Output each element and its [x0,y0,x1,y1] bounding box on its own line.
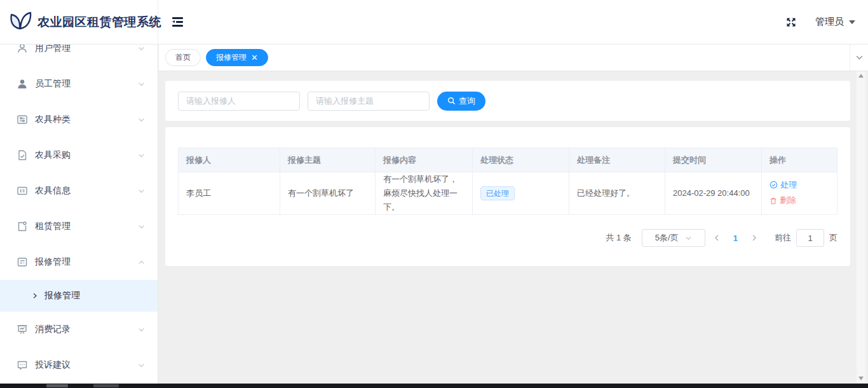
query-button[interactable]: 查询 [437,92,485,111]
trash-icon [770,197,777,205]
col-header-repairer: 报修人 [179,148,280,172]
sidebar-item-staff-management[interactable]: 员工管理 [0,66,158,102]
subject-search-input[interactable] [308,92,430,111]
page-number-1[interactable]: 1 [728,233,743,243]
page-unit-label: 页 [829,232,837,244]
cell-content: 有一个割草机坏了，麻烦尽快找人处理一下。 [376,172,473,215]
col-header-actions: 操作 [762,148,837,172]
hscroll-thumb[interactable] [46,384,68,387]
sidebar-item-consumption-records[interactable]: 消费记录 [0,312,158,347]
sidebar-item-user-management[interactable]: 用户管理 [0,45,158,66]
horizontal-scrollbar[interactable] [0,384,868,388]
chevron-down-icon [138,152,145,159]
tab-bar: 首页 报修管理 ✕ [159,45,868,71]
delete-action-label: 删除 [780,193,796,207]
app-title: 农业园区租赁管理系统 [37,14,161,31]
pagination-total: 共 1 条 [606,232,631,244]
cell-actions: 处理 删除 [762,172,837,215]
sidebar-item-label: 租赁管理 [35,221,71,232]
sidebar-item-label: 农具采购 [35,149,71,161]
chevron-down-icon [685,235,692,242]
document-checked-icon [17,149,28,161]
app-header: 农业园区租赁管理系统 管理员 [0,0,868,45]
fold-bar [172,17,183,19]
sidebar-item-label: 投诉建议 [35,359,71,371]
sidebar-subitem-repair-management[interactable]: 报修管理 [0,280,158,312]
sidebar-item-repair-management[interactable]: 报修管理 [0,244,158,280]
postcard-icon [17,185,28,197]
sidebar: 用户管理 员工管理 农具种类 农具采购 农具信息 租赁管理 [0,45,158,384]
col-header-content: 报修内容 [376,148,473,172]
caret-down-icon [849,20,855,24]
sidebar-item-tool-types[interactable]: 农具种类 [0,102,158,137]
chevron-down-icon [138,223,145,230]
col-header-subject: 报修主题 [280,148,376,172]
next-page-button[interactable] [743,234,766,242]
sidebar-item-label: 报修管理 [35,256,71,268]
fold-bar [176,21,183,23]
user-dropdown[interactable]: 管理员 [815,16,855,28]
search-icon [447,97,456,105]
page-size-value: 5条/页 [655,232,679,244]
status-badge: 已处理 [480,186,515,200]
sidebar-subitem-label: 报修管理 [44,290,80,301]
scroll-up-arrow-icon[interactable] [858,74,864,78]
scroll-down-arrow-icon[interactable] [858,377,864,380]
goto-page-input[interactable] [796,229,824,247]
chevron-down-icon [138,45,145,52]
sidebar-menu: 用户管理 员工管理 农具种类 农具采购 农具信息 租赁管理 [0,45,158,383]
circle-check-icon [770,181,778,189]
sidebar-item-rental-management[interactable]: 租赁管理 [0,209,158,244]
cell-time: 2024-02-29 20:44:00 [665,172,762,215]
user-outline-icon [17,45,28,54]
process-action-label: 处理 [780,178,797,192]
cell-status: 已处理 [473,172,569,215]
repair-table: 报修人 报修主题 报修内容 处理状态 处理备注 提交时间 操作 李员工 有一个割… [178,148,837,215]
sidebar-item-label: 农具种类 [35,114,71,125]
cell-remark: 已经处理好了。 [569,172,665,215]
table-header-row: 报修人 报修主题 报修内容 处理状态 处理备注 提交时间 操作 [179,148,837,172]
tab-home[interactable]: 首页 [165,49,201,66]
col-header-time: 提交时间 [665,148,762,172]
sidebar-item-complaints-suggestions[interactable]: 投诉建议 [0,347,158,383]
delete-action-link[interactable]: 删除 [770,193,796,207]
chevron-down-icon [138,326,145,333]
table-row: 李员工 有一个割草机坏了 有一个割草机坏了，麻烦尽快找人处理一下。 已处理 已经… [179,172,837,215]
fullscreen-icon[interactable] [785,16,797,29]
user-name: 管理员 [815,16,844,28]
process-action-link[interactable]: 处理 [770,178,797,192]
repairer-search-input[interactable] [178,92,300,111]
repair-table-panel: 报修人 报修主题 报修内容 处理状态 处理备注 提交时间 操作 李员工 有一个割… [165,127,850,266]
goto-label: 前往 [775,232,791,244]
col-header-status: 处理状态 [473,148,569,172]
cell-repairer: 李员工 [179,172,280,215]
header-right: 管理员 [785,16,868,29]
vertical-scrollbar[interactable] [857,71,865,383]
page-size-select[interactable]: 5条/页 [642,229,705,247]
sidebar-item-label: 员工管理 [35,78,71,90]
query-button-label: 查询 [459,95,475,107]
tab-repair-management[interactable]: 报修管理 ✕ [206,49,268,66]
sidebar-item-tool-procurement[interactable]: 农具采购 [0,137,158,173]
sidebar-item-tool-info[interactable]: 农具信息 [0,173,158,209]
set-up-icon [17,114,28,125]
chat-dots-icon [17,359,28,371]
sidebar-fold-icon[interactable] [172,15,186,29]
logo-area: 农业园区租赁管理系统 [0,0,158,45]
chevron-down-icon [138,116,145,123]
form-icon [17,256,28,268]
col-header-remark: 处理备注 [569,148,665,172]
search-panel: 查询 [165,81,850,121]
prev-page-button[interactable] [705,234,728,242]
chevron-down-icon [138,362,145,369]
app-logo-icon [8,10,34,35]
tab-list-dropdown-button[interactable] [850,45,868,71]
document-circle-icon [17,221,28,232]
tab-close-icon[interactable]: ✕ [251,53,258,62]
main-content: 首页 报修管理 ✕ 查询 报修人 报修主题 报修内容 [159,45,868,384]
tab-active-label: 报修管理 [216,52,247,63]
hscroll-thumb[interactable] [93,384,119,387]
cell-subject: 有一个割草机坏了 [280,172,376,215]
goto-page-group: 前往 页 [775,229,837,247]
sidebar-item-label: 消费记录 [35,324,71,335]
